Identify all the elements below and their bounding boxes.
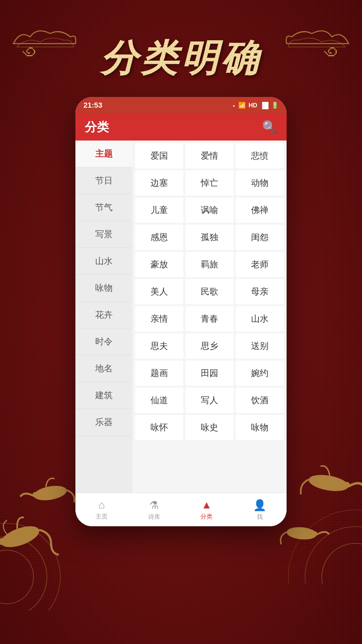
grid-item-题画[interactable]: 题画	[135, 361, 183, 386]
grid-item-婉约[interactable]: 婉约	[236, 361, 284, 386]
sidebar-item-咏物[interactable]: 咏物	[75, 275, 132, 302]
status-icons: ⬩ 📶 HD ▐█ 🔋	[232, 102, 279, 109]
nav-label-主页: 主页	[96, 513, 108, 521]
sidebar: 主题节日节气写景山水咏物花卉时令地名建筑乐器	[75, 141, 132, 493]
cloud-svg-tl	[10, 27, 77, 54]
app-header: 分类 🔍	[75, 114, 287, 141]
grid-item-咏史[interactable]: 咏史	[185, 415, 234, 440]
sidebar-item-主题[interactable]: 主题	[75, 141, 132, 167]
home-icon: ⌂	[99, 499, 105, 511]
sidebar-item-节日[interactable]: 节日	[75, 167, 132, 194]
grid-container: 爱国爱情悲愤边塞悼亡动物儿童讽喻佛禅感恩孤独闺怨豪放羁旅老师美人民歌母亲亲情青春…	[135, 143, 284, 440]
app-header-title: 分类	[85, 119, 109, 136]
grid-item-儿童[interactable]: 儿童	[135, 198, 183, 223]
grid-area: 爱国爱情悲愤边塞悼亡动物儿童讽喻佛禅感恩孤独闺怨豪放羁旅老师美人民歌母亲亲情青春…	[132, 141, 287, 493]
grid-item-边塞[interactable]: 边塞	[135, 170, 183, 196]
grid-item-咏物[interactable]: 咏物	[236, 415, 284, 440]
sidebar-item-花卉[interactable]: 花卉	[75, 302, 132, 328]
grid-item-老师[interactable]: 老师	[236, 252, 284, 277]
bluetooth-icon: ⬩	[232, 102, 236, 109]
grid-item-讽喻[interactable]: 讽喻	[185, 198, 234, 223]
sidebar-item-山水[interactable]: 山水	[75, 248, 132, 275]
phone-frame: 21:53 ⬩ 📶 HD ▐█ 🔋 分类 🔍 主题节日节气写景山水咏物花卉时令地…	[75, 97, 287, 526]
grid-item-田园[interactable]: 田园	[185, 361, 234, 386]
grid-item-思乡[interactable]: 思乡	[185, 333, 234, 359]
grid-item-悼亡[interactable]: 悼亡	[185, 170, 234, 196]
grid-item-民歌[interactable]: 民歌	[185, 279, 234, 304]
grid-item-美人[interactable]: 美人	[135, 279, 183, 304]
hd-icon: HD	[248, 102, 257, 109]
nav-item-主页[interactable]: ⌂ 主页	[96, 499, 108, 521]
page-title: 分类明确	[101, 34, 261, 84]
sidebar-item-时令[interactable]: 时令	[75, 328, 132, 355]
status-bar: 21:53 ⬩ 📶 HD ▐█ 🔋	[75, 97, 287, 114]
grid-item-送别[interactable]: 送别	[236, 333, 284, 359]
search-button[interactable]: 🔍	[262, 120, 277, 134]
svg-point-5	[0, 537, 47, 610]
background: ꩜ ꩜ 分类明确 21:53 ⬩ 📶 HD ▐█ 🔋 分类 🔍	[0, 0, 362, 644]
sidebar-item-建筑[interactable]: 建筑	[75, 382, 132, 409]
grid-item-羁旅[interactable]: 羁旅	[185, 252, 234, 277]
battery-icon: 🔋	[271, 102, 279, 109]
grid-item-闺怨[interactable]: 闺怨	[236, 225, 284, 250]
grid-item-悲愤[interactable]: 悲愤	[236, 143, 284, 168]
grid-item-爱国[interactable]: 爱国	[135, 143, 183, 168]
grid-item-动物[interactable]: 动物	[236, 170, 284, 196]
person-icon: 👤	[253, 499, 266, 512]
svg-point-2	[33, 484, 68, 503]
filter-icon: ⚗	[149, 499, 159, 512]
svg-point-7	[307, 472, 350, 494]
sidebar-item-写景[interactable]: 写景	[75, 221, 132, 248]
nav-item-诗库[interactable]: ⚗ 诗库	[148, 499, 160, 521]
bottom-nav: ⌂ 主页⚗ 诗库▲ 分类👤 我	[75, 493, 287, 526]
nav-label-诗库: 诗库	[148, 513, 160, 521]
nav-item-分类[interactable]: ▲ 分类	[200, 499, 213, 521]
nav-item-我[interactable]: 👤 我	[253, 499, 266, 521]
svg-point-11	[322, 543, 362, 584]
grid-item-孤独[interactable]: 孤独	[185, 225, 234, 250]
grid-item-感恩[interactable]: 感恩	[135, 225, 183, 250]
svg-point-9	[286, 526, 317, 541]
grid-item-仙道[interactable]: 仙道	[135, 388, 183, 413]
wifi-icon: 📶	[238, 102, 246, 109]
grid-item-亲情[interactable]: 亲情	[135, 306, 183, 331]
svg-point-4	[0, 550, 34, 604]
grid-item-山水[interactable]: 山水	[236, 306, 284, 331]
grid-item-青春[interactable]: 青春	[185, 306, 234, 331]
grid-item-咏怀[interactable]: 咏怀	[135, 415, 183, 440]
grid-item-饮酒[interactable]: 饮酒	[236, 388, 284, 413]
grid-item-爱情[interactable]: 爱情	[185, 143, 234, 168]
nav-label-我: 我	[257, 513, 263, 521]
cloud-svg-tr	[285, 27, 352, 54]
sidebar-item-节气[interactable]: 节气	[75, 194, 132, 221]
grid-item-母亲[interactable]: 母亲	[236, 279, 284, 304]
nav-label-分类: 分类	[200, 513, 213, 521]
grid-item-豪放[interactable]: 豪放	[135, 252, 183, 277]
grid-item-写人[interactable]: 写人	[185, 388, 234, 413]
svg-point-13	[288, 510, 362, 584]
grid-item-思夫[interactable]: 思夫	[135, 333, 183, 359]
sidebar-item-地名[interactable]: 地名	[75, 355, 132, 382]
sidebar-item-乐器[interactable]: 乐器	[75, 409, 132, 436]
status-time: 21:53	[83, 101, 102, 110]
category-icon: ▲	[201, 499, 212, 511]
signal-icon: ▐█	[260, 102, 268, 109]
content-area: 主题节日节气写景山水咏物花卉时令地名建筑乐器 爱国爱情悲愤边塞悼亡动物儿童讽喻佛…	[75, 141, 287, 493]
grid-item-佛禅[interactable]: 佛禅	[236, 198, 284, 223]
